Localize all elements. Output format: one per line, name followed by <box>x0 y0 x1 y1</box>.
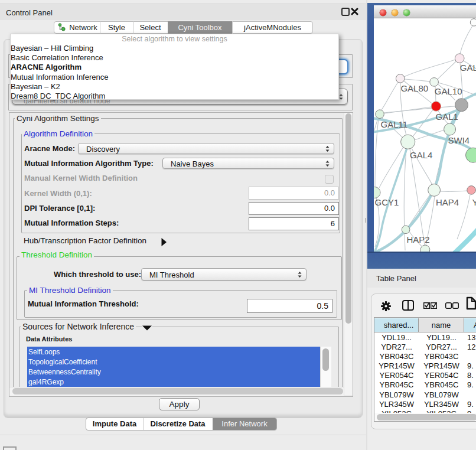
svg-text:GAL11: GAL11 <box>381 119 408 129</box>
svg-text:GAL1: GAL1 <box>436 112 458 122</box>
svg-text:HAP2: HAP2 <box>407 234 430 244</box>
svg-text:GAL4: GAL4 <box>410 150 432 160</box>
svg-text:HAP4: HAP4 <box>436 197 459 207</box>
svg-text:Y: Y <box>472 197 476 207</box>
svg-text:GAL10: GAL10 <box>435 86 462 96</box>
svg-text:GAL7: GAL7 <box>460 63 476 73</box>
svg-text:SWI4: SWI4 <box>448 135 470 145</box>
svg-text:GCY1: GCY1 <box>375 197 399 207</box>
svg-text:GAL80: GAL80 <box>400 83 428 93</box>
